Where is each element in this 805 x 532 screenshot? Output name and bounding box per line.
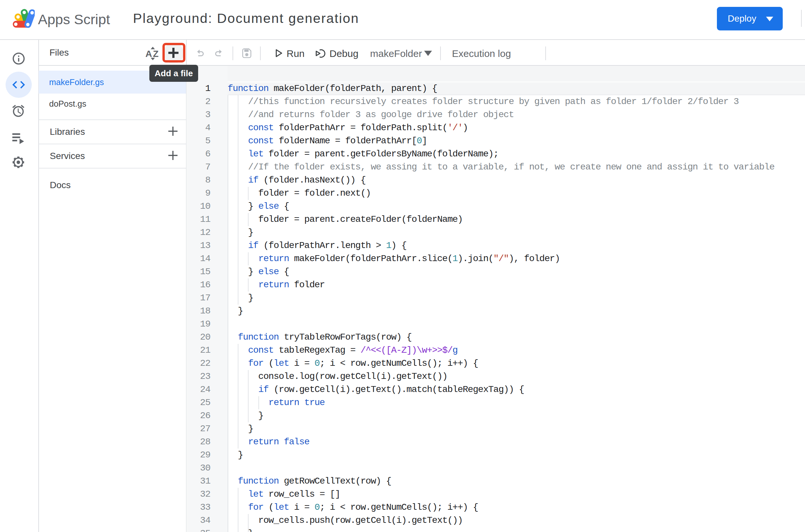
svg-text:Z: Z — [153, 49, 159, 59]
svg-text:A: A — [145, 49, 152, 59]
